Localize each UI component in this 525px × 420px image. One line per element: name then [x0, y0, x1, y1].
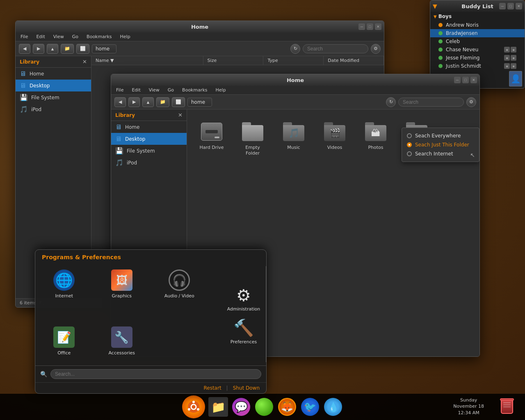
prog-item-audiovideo[interactable]: 🎧 Audio / Video	[152, 265, 207, 304]
fm2-sidebar-desktop[interactable]: 🖥 Desktop	[111, 133, 187, 145]
fm1-sidebar-home[interactable]: 🖥 Home	[16, 68, 91, 80]
fm2-titlebar[interactable]: Home ─ □ ✕	[111, 74, 479, 86]
fm2-location-bar[interactable]: home	[187, 98, 212, 107]
fm2-menu-bookmarks[interactable]: Bookmarks	[180, 87, 209, 94]
fm2-menu-view[interactable]: View	[147, 87, 161, 94]
fm2-search-options-button[interactable]: ⚙	[466, 97, 476, 107]
fm2-browse-button[interactable]: 📁	[156, 97, 169, 107]
fm2-sidebar-ipod[interactable]: 🎵 iPod	[111, 157, 187, 169]
fm2-sidebar-home[interactable]: 🖥 Home	[111, 121, 187, 133]
fm1-browse-button[interactable]: 📁	[61, 44, 74, 54]
fm2-menu-help[interactable]: Help	[214, 87, 228, 94]
buddy-expand-icon[interactable]: ▼	[433, 3, 437, 9]
fm1-location-bar[interactable]: home	[92, 44, 116, 53]
programs-search-input[interactable]	[50, 369, 261, 379]
file-item-photos[interactable]: 🏔 Photos	[359, 118, 392, 159]
buddy-user-celeb[interactable]: Celeb	[430, 37, 525, 46]
fm2-menu-go[interactable]: Go	[166, 87, 176, 94]
fm1-search-input[interactable]	[303, 44, 368, 53]
fm2-sidebar-filesystem[interactable]: 💾 File System	[111, 145, 187, 157]
fm1-maximize-button[interactable]: □	[367, 23, 373, 30]
fm1-back-button[interactable]: ◀	[19, 44, 30, 54]
buddy-user-justin[interactable]: Justin Schmidt ▪ ▪	[430, 62, 525, 70]
fm2-refresh-button[interactable]: ↻	[386, 97, 396, 107]
search-option-folder[interactable]: Seach Just This Folder	[402, 140, 479, 149]
fm1-sidebar-filesystem[interactable]: 💾 File System	[16, 91, 91, 103]
fm1-menu-go[interactable]: Go	[71, 33, 80, 40]
trash-icon[interactable]	[497, 397, 517, 417]
buddy-user-bradw[interactable]: BradwJensen	[430, 29, 525, 37]
buddy-user-andrew[interactable]: Andrew Noris	[430, 21, 525, 29]
fm1-up-button[interactable]: ▲	[47, 44, 58, 54]
ubuntu-menu-button[interactable]	[182, 395, 205, 418]
search-option-everywhere[interactable]: Seach Everywhere	[402, 131, 479, 140]
prog-item-graphics[interactable]: 🖼 Graphics	[95, 265, 149, 304]
fm2-ipod-icon: 🎵	[115, 159, 123, 167]
fm2-forward-button[interactable]: ▶	[128, 97, 140, 107]
fm2-split-button[interactable]: ⬜	[172, 97, 185, 107]
fm1-menu-view[interactable]: View	[52, 33, 66, 40]
buddy-minimize-button[interactable]: ─	[499, 3, 506, 9]
fm1-forward-button[interactable]: ▶	[33, 44, 44, 54]
buddy-group-boys[interactable]: ▼ Boys	[430, 12, 525, 21]
clock-time: 12:34 AM	[453, 410, 484, 416]
buddy-icons-justin: ▪ ▪	[504, 63, 516, 69]
fm1-close-button[interactable]: ✕	[375, 23, 381, 30]
fm1-sidebar-ipod[interactable]: 🎵 iPod	[16, 103, 91, 115]
fm1-menu-bookmarks[interactable]: Bookmarks	[85, 33, 113, 40]
search-option-internet[interactable]: Search Internet	[402, 149, 479, 158]
fm1-search-options-button[interactable]: ⚙	[371, 44, 381, 54]
shutdown-link[interactable]: Shut Down	[233, 385, 260, 391]
file-item-videos[interactable]: 🎬 Videos	[318, 118, 351, 159]
fm1-split-button[interactable]: ⬜	[76, 44, 89, 54]
fm2-close-button[interactable]: ✕	[470, 77, 477, 83]
fm2-menu-file[interactable]: File	[114, 87, 125, 94]
restart-link[interactable]: Restart	[203, 385, 221, 391]
fm1-sidebar-desktop[interactable]: 🖥 Desktop	[16, 80, 91, 91]
prog-item-administration[interactable]: ⚙️ Administration	[221, 283, 266, 315]
fm1-menu-help[interactable]: Help	[119, 33, 132, 40]
fm1-sidebar-close[interactable]: ✕	[82, 59, 87, 65]
buddy-list-titlebar[interactable]: ▼ Buddy List ─ □ ✕	[430, 0, 525, 12]
buddy-list-expand[interactable]: ▼	[433, 3, 437, 9]
fm1-col-type[interactable]: Type	[263, 56, 324, 65]
prog-item-accessories[interactable]: 🔧 Accessories	[95, 322, 149, 361]
taskbar-filemanager-icon[interactable]: 📁	[208, 397, 228, 417]
svg-point-4	[188, 408, 190, 411]
fm1-refresh-button[interactable]: ↻	[290, 44, 300, 54]
fm1-desktop-icon: 🖥	[20, 82, 26, 89]
taskbar-firefox-icon[interactable]: 🦊	[277, 397, 297, 417]
fm1-minimize-button[interactable]: ─	[358, 23, 365, 30]
file-item-music[interactable]: 🎵 Music	[277, 118, 310, 159]
fm2-up-button[interactable]: ▲	[142, 97, 154, 107]
file-item-harddrive[interactable]: Hard Drive	[195, 118, 228, 159]
fm2-maximize-button[interactable]: □	[462, 77, 469, 83]
photos-icon-wrapper: 🏔	[364, 120, 387, 143]
prog-item-office[interactable]: 📝 Office	[37, 322, 91, 361]
fm2-search-input[interactable]	[398, 98, 464, 107]
file-item-emptyfolder[interactable]: Empty Folder	[236, 118, 269, 159]
fm1-col-modified[interactable]: Date Modified	[324, 56, 384, 65]
buddy-maximize-button[interactable]: □	[507, 3, 514, 9]
fm2-minimize-button[interactable]: ─	[454, 77, 461, 83]
clock-day: Sunday	[453, 397, 484, 403]
buddy-close-button[interactable]: ✕	[516, 3, 522, 9]
fm1-menu-edit[interactable]: Edit	[34, 33, 46, 40]
buddy-icon-5: ▪	[504, 63, 510, 69]
audiovideo-label: Audio / Video	[164, 293, 194, 299]
prog-item-preferences[interactable]: 🔨 Preferences	[221, 315, 266, 348]
prog-item-internet[interactable]: 🌐 Internet	[37, 265, 91, 304]
taskbar-dropbox-icon[interactable]: 💧	[323, 397, 343, 417]
fm1-menu-file[interactable]: File	[19, 33, 30, 40]
taskbar-greenball-icon[interactable]	[254, 397, 274, 417]
fm1-col-name[interactable]: Name ▼	[91, 56, 203, 65]
fm2-menu-edit[interactable]: Edit	[130, 87, 142, 94]
fm1-col-size[interactable]: Size	[203, 56, 264, 65]
fm2-back-button[interactable]: ◀	[114, 97, 126, 107]
fm2-sidebar-close[interactable]: ✕	[178, 112, 183, 118]
buddy-user-chase[interactable]: Chase Neveu ▪ ▪	[430, 46, 525, 54]
taskbar-thunderbird-icon[interactable]: 🐦	[300, 397, 320, 417]
buddy-user-jesse[interactable]: Jesse Fleming ▪ ▪	[430, 54, 525, 62]
fm1-titlebar[interactable]: Home ─ □ ✕	[16, 21, 384, 32]
taskbar-pidgin-icon[interactable]: 💬	[231, 397, 251, 417]
